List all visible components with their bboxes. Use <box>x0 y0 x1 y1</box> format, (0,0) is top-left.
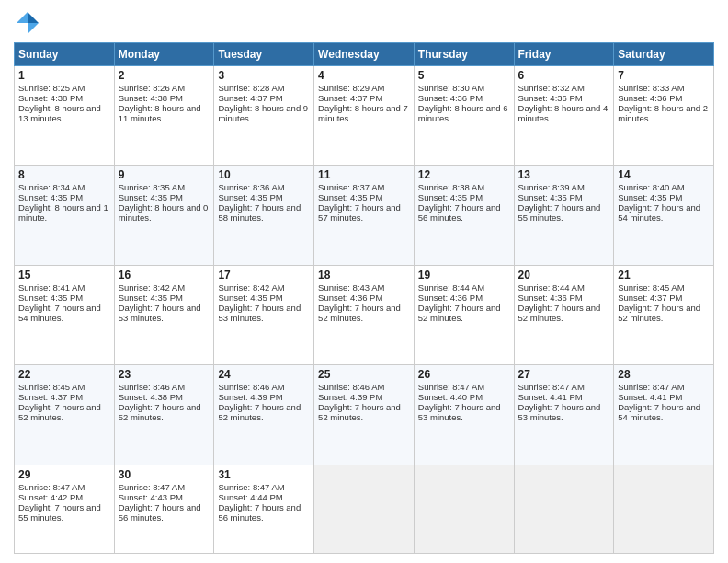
day-number: 11 <box>318 168 410 181</box>
sunset-text: Sunset: 4:35 PM <box>218 192 282 202</box>
day-number: 16 <box>119 269 210 282</box>
day-number: 26 <box>418 368 510 381</box>
sunrise-text: Sunrise: 8:34 AM <box>18 182 85 192</box>
table-row: 22Sunrise: 8:45 AMSunset: 4:37 PMDayligh… <box>15 365 714 465</box>
daylight-text: Daylight: 7 hours and 52 minutes. <box>218 402 301 422</box>
logo-icon <box>14 9 41 37</box>
sunset-text: Sunset: 4:35 PM <box>18 192 83 202</box>
day-number: 5 <box>418 69 510 82</box>
table-cell: 10Sunrise: 8:36 AMSunset: 4:35 PMDayligh… <box>214 166 314 265</box>
day-number: 12 <box>418 168 510 181</box>
calendar-table: Sunday Monday Tuesday Wednesday Thursday… <box>14 42 714 554</box>
table-cell <box>314 465 415 553</box>
day-number: 7 <box>618 69 710 82</box>
day-number: 20 <box>518 269 610 282</box>
sunset-text: Sunset: 4:36 PM <box>418 93 483 103</box>
col-tuesday: Tuesday <box>214 43 314 66</box>
daylight-text: Daylight: 7 hours and 56 minutes. <box>218 502 301 523</box>
day-number: 4 <box>318 69 410 82</box>
day-number: 21 <box>618 269 710 282</box>
sunset-text: Sunset: 4:37 PM <box>618 293 682 303</box>
sunrise-text: Sunrise: 8:47 AM <box>518 382 585 392</box>
col-wednesday: Wednesday <box>314 43 415 66</box>
table-cell: 11Sunrise: 8:37 AMSunset: 4:35 PMDayligh… <box>314 166 415 265</box>
table-cell: 13Sunrise: 8:39 AMSunset: 4:35 PMDayligh… <box>514 166 614 265</box>
table-cell: 23Sunrise: 8:46 AMSunset: 4:38 PMDayligh… <box>114 365 214 465</box>
daylight-text: Daylight: 7 hours and 52 minutes. <box>518 303 601 323</box>
daylight-text: Daylight: 7 hours and 58 minutes. <box>218 202 301 223</box>
daylight-text: Daylight: 7 hours and 54 minutes. <box>618 202 700 223</box>
sunset-text: Sunset: 4:36 PM <box>618 93 682 103</box>
sunrise-text: Sunrise: 8:38 AM <box>418 182 484 192</box>
daylight-text: Daylight: 7 hours and 54 minutes. <box>618 402 700 422</box>
day-number: 14 <box>618 168 710 181</box>
day-number: 23 <box>119 368 210 381</box>
day-number: 6 <box>518 69 610 82</box>
sunrise-text: Sunrise: 8:29 AM <box>318 83 384 93</box>
day-number: 17 <box>218 269 310 282</box>
daylight-text: Daylight: 7 hours and 55 minutes. <box>18 502 101 523</box>
daylight-text: Daylight: 8 hours and 13 minutes. <box>18 103 101 123</box>
calendar-header-row: Sunday Monday Tuesday Wednesday Thursday… <box>15 43 714 66</box>
table-cell <box>614 465 714 553</box>
sunrise-text: Sunrise: 8:32 AM <box>518 83 585 93</box>
day-number: 27 <box>518 368 610 381</box>
table-cell: 24Sunrise: 8:46 AMSunset: 4:39 PMDayligh… <box>214 365 314 465</box>
day-number: 15 <box>18 269 110 282</box>
sunset-text: Sunset: 4:35 PM <box>218 293 282 303</box>
table-cell: 31Sunrise: 8:47 AMSunset: 4:44 PMDayligh… <box>214 465 314 553</box>
daylight-text: Daylight: 8 hours and 6 minutes. <box>418 103 508 123</box>
logo <box>14 9 45 37</box>
day-number: 30 <box>119 468 210 481</box>
sunrise-text: Sunrise: 8:39 AM <box>518 182 585 192</box>
daylight-text: Daylight: 8 hours and 7 minutes. <box>318 103 408 123</box>
table-cell: 25Sunrise: 8:46 AMSunset: 4:39 PMDayligh… <box>314 365 415 465</box>
day-number: 10 <box>218 168 310 181</box>
daylight-text: Daylight: 7 hours and 53 minutes. <box>518 402 601 422</box>
sunset-text: Sunset: 4:35 PM <box>119 192 183 202</box>
table-cell: 29Sunrise: 8:47 AMSunset: 4:42 PMDayligh… <box>15 465 115 553</box>
table-cell: 20Sunrise: 8:44 AMSunset: 4:36 PMDayligh… <box>514 265 614 364</box>
daylight-text: Daylight: 8 hours and 1 minute. <box>18 202 108 223</box>
daylight-text: Daylight: 7 hours and 52 minutes. <box>318 303 401 323</box>
daylight-text: Daylight: 8 hours and 2 minutes. <box>618 103 708 123</box>
sunset-text: Sunset: 4:38 PM <box>119 392 183 402</box>
daylight-text: Daylight: 7 hours and 54 minutes. <box>18 303 101 323</box>
day-number: 19 <box>418 269 510 282</box>
day-number: 3 <box>218 69 310 82</box>
table-cell: 9Sunrise: 8:35 AMSunset: 4:35 PMDaylight… <box>114 166 214 265</box>
sunrise-text: Sunrise: 8:43 AM <box>318 282 384 293</box>
sunset-text: Sunset: 4:35 PM <box>518 192 583 202</box>
table-cell: 12Sunrise: 8:38 AMSunset: 4:35 PMDayligh… <box>414 166 514 265</box>
sunrise-text: Sunrise: 8:47 AM <box>119 482 185 492</box>
daylight-text: Daylight: 7 hours and 52 minutes. <box>119 402 201 422</box>
sunset-text: Sunset: 4:39 PM <box>318 392 382 402</box>
day-number: 22 <box>18 368 110 381</box>
table-cell: 8Sunrise: 8:34 AMSunset: 4:35 PMDaylight… <box>15 166 115 265</box>
day-number: 29 <box>18 468 110 481</box>
daylight-text: Daylight: 7 hours and 52 minutes. <box>418 303 501 323</box>
page: Sunday Monday Tuesday Wednesday Thursday… <box>0 0 728 563</box>
daylight-text: Daylight: 8 hours and 4 minutes. <box>518 103 609 123</box>
sunset-text: Sunset: 4:37 PM <box>318 93 382 103</box>
day-number: 18 <box>318 269 410 282</box>
col-monday: Monday <box>114 43 214 66</box>
sunset-text: Sunset: 4:44 PM <box>218 492 282 502</box>
col-sunday: Sunday <box>15 43 115 66</box>
header <box>14 9 714 37</box>
sunset-text: Sunset: 4:37 PM <box>218 93 282 103</box>
sunset-text: Sunset: 4:42 PM <box>18 492 83 502</box>
sunset-text: Sunset: 4:41 PM <box>518 392 583 402</box>
daylight-text: Daylight: 7 hours and 52 minutes. <box>618 303 700 323</box>
table-cell: 18Sunrise: 8:43 AMSunset: 4:36 PMDayligh… <box>314 265 415 364</box>
sunrise-text: Sunrise: 8:47 AM <box>418 382 484 392</box>
sunset-text: Sunset: 4:38 PM <box>18 93 83 103</box>
daylight-text: Daylight: 7 hours and 53 minutes. <box>119 303 201 323</box>
day-number: 2 <box>119 69 210 82</box>
sunset-text: Sunset: 4:36 PM <box>418 293 483 303</box>
sunset-text: Sunset: 4:41 PM <box>618 392 682 402</box>
table-row: 29Sunrise: 8:47 AMSunset: 4:42 PMDayligh… <box>15 465 714 553</box>
col-friday: Friday <box>514 43 614 66</box>
sunset-text: Sunset: 4:37 PM <box>18 392 83 402</box>
table-cell: 16Sunrise: 8:42 AMSunset: 4:35 PMDayligh… <box>114 265 214 364</box>
